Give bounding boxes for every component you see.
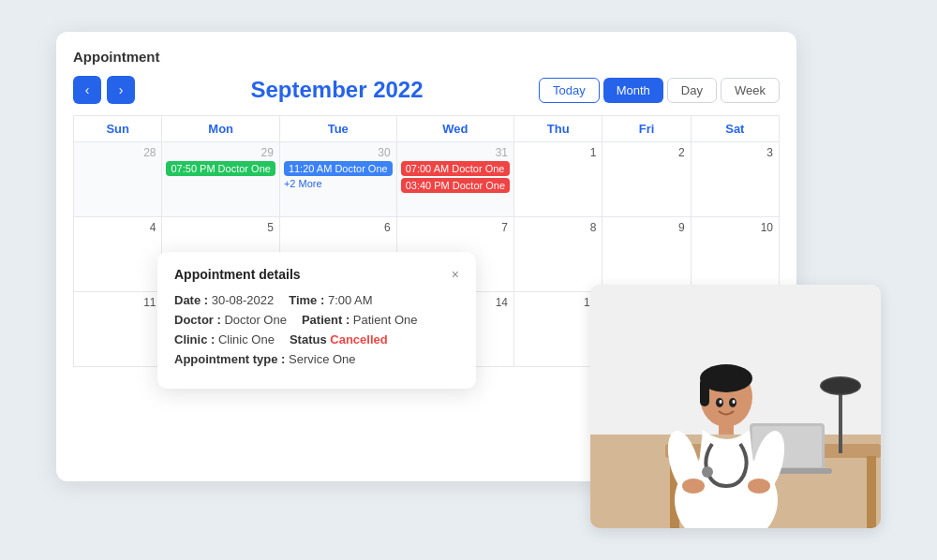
clinic-value: Clinic One (218, 332, 275, 346)
patient-label: Patient : (302, 313, 353, 327)
doctor-photo (590, 285, 881, 528)
patient-label-group: Patient : Patient One (302, 313, 418, 327)
date-num: 29 (166, 146, 275, 161)
type-value: Service One (289, 352, 356, 366)
date-num: 15 (518, 296, 598, 311)
today-button[interactable]: Today (539, 78, 600, 103)
header-fri: Fri (602, 116, 691, 142)
cell-sep2: 2 (602, 142, 691, 217)
header-thu: Thu (514, 116, 602, 142)
header-sat: Sat (691, 116, 779, 142)
doctor-label: Doctor : (174, 313, 224, 327)
header-tue: Tue (279, 116, 396, 142)
status-label: Status (290, 332, 330, 346)
svg-point-16 (702, 466, 713, 478)
cell-sep11: 11 (74, 292, 162, 367)
type-label-group: Appointment type : Service One (174, 352, 356, 366)
date-value: 30-08-2022 (212, 293, 275, 307)
svg-point-25 (733, 400, 736, 404)
month-button[interactable]: Month (603, 78, 663, 103)
cell-aug31: 31 07:00 AM Doctor One 03:40 PM Doctor O… (396, 142, 513, 217)
detail-row-clinic-status: Clinic : Clinic One Status Cancelled (174, 332, 459, 346)
date-num: 10 (695, 221, 775, 236)
nav-buttons: ‹ › (73, 76, 135, 104)
cell-aug29: 29 07:50 PM Doctor One (162, 142, 279, 217)
month-year-title: September 2022 (250, 77, 423, 103)
detail-row-date-time: Date : 30-08-2022 Time : 7:00 AM (174, 293, 459, 307)
date-num: 30 (284, 146, 393, 161)
patient-value: Patient One (353, 313, 418, 327)
date-label: Date : (174, 293, 212, 307)
header-mon: Mon (162, 116, 279, 142)
detail-row-type: Appointment type : Service One (174, 352, 459, 366)
time-value: 7:00 AM (328, 293, 373, 307)
cell-sep15: 15 (514, 292, 602, 367)
cell-sep3: 3 (691, 142, 779, 217)
date-num: 28 (78, 146, 157, 161)
svg-point-19 (682, 479, 705, 494)
cell-sep10: 10 (691, 217, 779, 292)
date-num: 6 (284, 221, 393, 236)
cell-sep4: 4 (74, 217, 162, 292)
cell-sep9: 9 (602, 217, 691, 292)
svg-rect-15 (700, 378, 709, 406)
cell-aug30: 30 11:20 AM Doctor One +2 More (279, 142, 396, 217)
doctor-value: Doctor One (224, 313, 286, 327)
doctor-label-group: Doctor : Doctor One (174, 313, 287, 327)
popup-close-button[interactable]: × (452, 267, 459, 282)
calendar-header: ‹ › September 2022 Today Month Day Week (73, 76, 780, 104)
event-aug30-1[interactable]: 11:20 AM Doctor One (284, 161, 393, 176)
outer-wrapper: Appointment ‹ › September 2022 Today Mon… (56, 32, 881, 528)
header-sun: Sun (74, 116, 162, 142)
date-num: 3 (695, 146, 775, 161)
clinic-label: Clinic : (174, 332, 218, 346)
more-link-aug30[interactable]: +2 More (284, 178, 393, 189)
status-label-group: Status Cancelled (290, 332, 388, 346)
calendar-row-1: 28 29 07:50 PM Doctor One 30 11:20 AM Do… (74, 142, 780, 217)
doctor-image (590, 285, 881, 528)
date-num: 9 (606, 221, 686, 236)
date-label-group: Date : 30-08-2022 (174, 293, 274, 307)
date-num: 31 (401, 146, 510, 161)
date-num: 11 (78, 296, 157, 311)
date-num: 7 (401, 221, 510, 236)
type-label: Appointment type : (174, 352, 289, 366)
popup-header: Appointment details × (174, 267, 459, 282)
svg-rect-21 (719, 423, 734, 435)
cell-sep1: 1 (514, 142, 602, 217)
clinic-label-group: Clinic : Clinic One (174, 332, 275, 346)
week-button[interactable]: Week (721, 78, 780, 103)
date-num: 1 (518, 146, 598, 161)
date-num: 8 (518, 221, 598, 236)
next-month-button[interactable]: › (107, 76, 135, 104)
appointment-popup: Appointment details × Date : 30-08-2022 … (157, 252, 476, 389)
event-aug29-1[interactable]: 07:50 PM Doctor One (166, 161, 275, 176)
svg-rect-5 (867, 456, 876, 528)
svg-point-11 (822, 378, 859, 393)
card-title: Appointment (73, 49, 780, 65)
date-num: 2 (606, 146, 686, 161)
view-buttons: Today Month Day Week (539, 78, 780, 103)
time-label: Time : (289, 293, 328, 307)
cell-aug28: 28 (74, 142, 162, 217)
popup-title: Appointment details (174, 267, 301, 282)
day-button[interactable]: Day (667, 78, 717, 103)
cell-sep8: 8 (514, 217, 602, 292)
status-value: Cancelled (330, 332, 387, 346)
svg-rect-9 (839, 388, 842, 453)
time-label-group: Time : 7:00 AM (289, 293, 372, 307)
date-num: 4 (78, 221, 157, 236)
prev-month-button[interactable]: ‹ (73, 76, 101, 104)
weekday-header-row: Sun Mon Tue Wed Thu Fri Sat (74, 116, 780, 142)
svg-point-20 (748, 479, 770, 494)
event-aug31-1[interactable]: 07:00 AM Doctor One (401, 161, 510, 176)
date-num: 5 (166, 221, 275, 236)
event-aug31-2[interactable]: 03:40 PM Doctor One (401, 178, 510, 193)
svg-point-24 (720, 400, 722, 404)
header-wed: Wed (396, 116, 513, 142)
detail-row-doctor-patient: Doctor : Doctor One Patient : Patient On… (174, 313, 459, 327)
